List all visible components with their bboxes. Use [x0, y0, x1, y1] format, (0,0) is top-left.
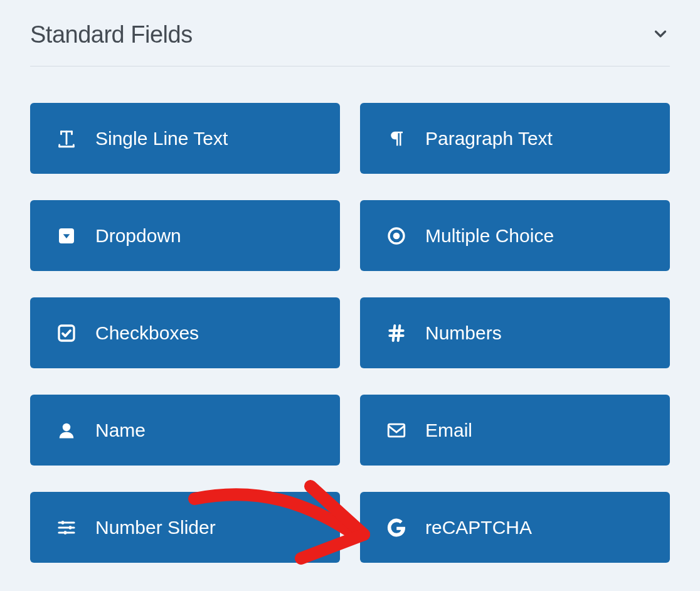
field-single-line-text[interactable]: Single Line Text — [30, 103, 340, 174]
field-paragraph-text[interactable]: Paragraph Text — [360, 103, 670, 174]
field-label: Single Line Text — [95, 128, 228, 149]
field-label: Name — [95, 420, 146, 441]
field-email[interactable]: Email — [360, 395, 670, 466]
person-icon — [55, 419, 78, 442]
field-checkboxes[interactable]: Checkboxes — [30, 297, 340, 368]
field-label: Checkboxes — [95, 322, 199, 344]
svg-point-2 — [393, 232, 400, 239]
field-multiple-choice[interactable]: Multiple Choice — [360, 200, 670, 271]
hash-icon — [385, 322, 408, 344]
field-label: Numbers — [425, 322, 502, 344]
section-header[interactable]: Standard Fields — [30, 13, 670, 66]
field-grid: Single Line Text Paragraph Text Dropdown… — [30, 103, 670, 563]
svg-rect-13 — [61, 521, 64, 524]
checkbox-icon — [55, 322, 78, 344]
field-name[interactable]: Name — [30, 395, 340, 466]
section-title: Standard Fields — [30, 21, 193, 48]
standard-fields-panel: Standard Fields Single Line Text Paragra… — [0, 0, 700, 563]
svg-point-8 — [63, 423, 71, 431]
text-icon — [55, 127, 78, 150]
google-icon — [385, 516, 408, 539]
svg-rect-9 — [388, 424, 405, 437]
sliders-icon — [55, 516, 78, 539]
field-label: Dropdown — [95, 225, 181, 247]
field-label: Email — [425, 420, 472, 441]
svg-rect-15 — [64, 531, 66, 534]
svg-line-7 — [398, 326, 400, 341]
radio-icon — [385, 225, 408, 247]
svg-line-6 — [393, 326, 395, 341]
chevron-down-icon — [651, 24, 670, 46]
dropdown-icon — [55, 225, 78, 247]
field-label: Multiple Choice — [425, 225, 554, 247]
field-recaptcha[interactable]: reCAPTCHA — [360, 492, 670, 563]
paragraph-icon — [385, 127, 408, 150]
field-numbers[interactable]: Numbers — [360, 297, 670, 368]
envelope-icon — [385, 419, 408, 442]
field-label: reCAPTCHA — [425, 517, 532, 538]
section-divider — [30, 66, 670, 67]
field-label: Paragraph Text — [425, 128, 553, 149]
field-number-slider[interactable]: Number Slider — [30, 492, 340, 563]
field-dropdown[interactable]: Dropdown — [30, 200, 340, 271]
svg-rect-14 — [69, 526, 72, 529]
field-label: Number Slider — [95, 517, 216, 538]
